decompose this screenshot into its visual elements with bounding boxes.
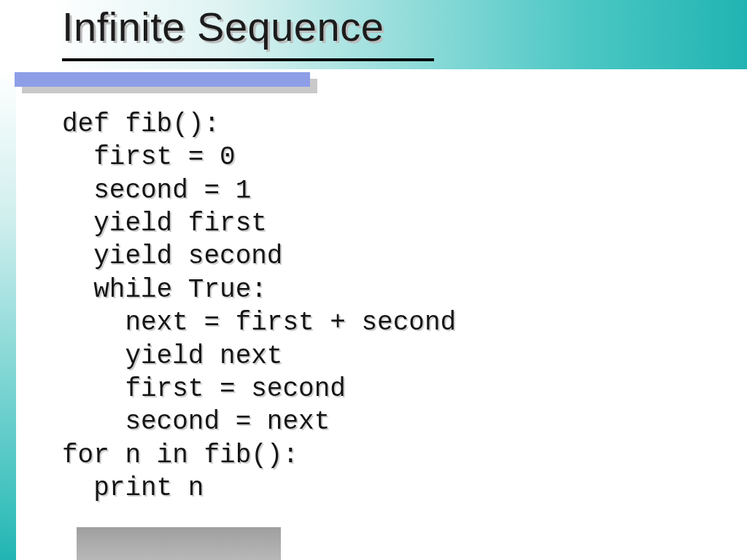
left-gradient [0,69,16,560]
slide-title: Infinite Sequence [62,0,384,50]
code-block: def fib(): first = 0 second = 1 yield fi… [62,108,456,505]
footer-block [77,527,281,560]
accent-bar [15,72,310,87]
title-underline [62,58,434,61]
